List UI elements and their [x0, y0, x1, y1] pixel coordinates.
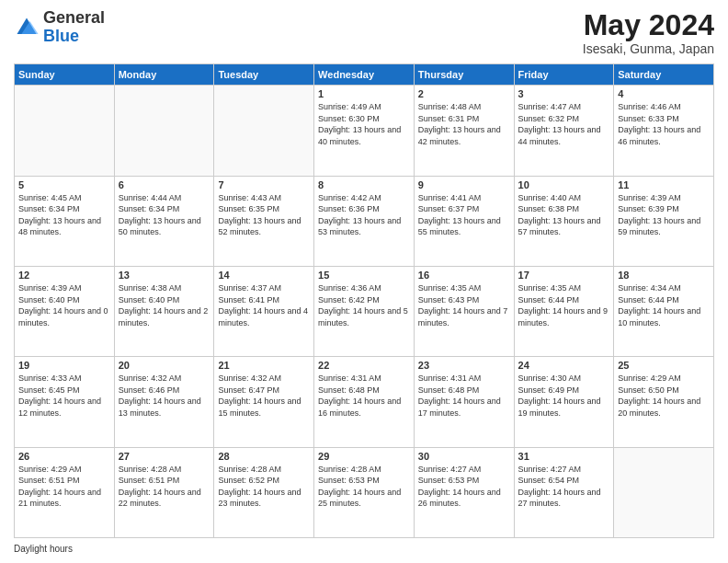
logo-general: General — [43, 8, 105, 27]
day-number: 21 — [218, 360, 310, 371]
day-cell: 1Sunrise: 4:49 AMSunset: 6:30 PMDaylight… — [314, 86, 415, 176]
day-info: Sunrise: 4:47 AMSunset: 6:32 PMDaylight:… — [518, 101, 610, 147]
day-info: Sunrise: 4:31 AMSunset: 6:48 PMDaylight:… — [418, 373, 510, 419]
logo-icon — [14, 15, 40, 40]
day-number: 14 — [218, 270, 310, 281]
day-cell — [214, 86, 314, 176]
day-info: Sunrise: 4:46 AMSunset: 6:33 PMDaylight:… — [618, 101, 710, 147]
day-cell: 19Sunrise: 4:33 AMSunset: 6:45 PMDayligh… — [15, 357, 115, 447]
day-cell: 7Sunrise: 4:43 AMSunset: 6:35 PMDaylight… — [214, 176, 314, 266]
month-title: May 2024 — [583, 9, 714, 41]
day-cell: 12Sunrise: 4:39 AMSunset: 6:40 PMDayligh… — [15, 266, 115, 356]
day-cell: 29Sunrise: 4:28 AMSunset: 6:53 PMDayligh… — [314, 447, 415, 537]
day-cell: 8Sunrise: 4:42 AMSunset: 6:36 PMDaylight… — [314, 176, 415, 266]
day-number: 28 — [218, 451, 310, 462]
day-cell: 31Sunrise: 4:27 AMSunset: 6:54 PMDayligh… — [514, 447, 614, 537]
day-info: Sunrise: 4:41 AMSunset: 6:37 PMDaylight:… — [418, 192, 510, 238]
day-cell: 18Sunrise: 4:34 AMSunset: 6:44 PMDayligh… — [614, 266, 714, 356]
day-number: 18 — [618, 270, 710, 281]
day-cell: 24Sunrise: 4:30 AMSunset: 6:49 PMDayligh… — [514, 357, 614, 447]
day-cell — [614, 447, 714, 537]
day-cell — [15, 86, 115, 176]
day-cell: 5Sunrise: 4:45 AMSunset: 6:34 PMDaylight… — [15, 176, 115, 266]
day-cell: 10Sunrise: 4:40 AMSunset: 6:38 PMDayligh… — [514, 176, 614, 266]
day-info: Sunrise: 4:42 AMSunset: 6:36 PMDaylight:… — [318, 192, 410, 238]
day-number: 9 — [418, 179, 510, 190]
day-number: 7 — [218, 179, 310, 190]
calendar-table: SundayMondayTuesdayWednesdayThursdayFrid… — [14, 63, 714, 538]
day-info: Sunrise: 4:35 AMSunset: 6:43 PMDaylight:… — [418, 282, 510, 328]
day-cell: 11Sunrise: 4:39 AMSunset: 6:39 PMDayligh… — [614, 176, 714, 266]
day-number: 5 — [18, 179, 110, 190]
footer: Daylight hours — [14, 544, 714, 554]
week-row-2: 12Sunrise: 4:39 AMSunset: 6:40 PMDayligh… — [15, 266, 714, 356]
day-cell: 21Sunrise: 4:32 AMSunset: 6:47 PMDayligh… — [214, 357, 314, 447]
header: General Blue May 2024 Isesaki, Gunma, Ja… — [14, 9, 714, 56]
day-info: Sunrise: 4:35 AMSunset: 6:44 PMDaylight:… — [518, 282, 610, 328]
day-cell: 9Sunrise: 4:41 AMSunset: 6:37 PMDaylight… — [414, 176, 514, 266]
day-info: Sunrise: 4:33 AMSunset: 6:45 PMDaylight:… — [18, 373, 110, 419]
day-number: 24 — [518, 360, 610, 371]
logo-blue: Blue — [43, 27, 79, 45]
day-number: 10 — [518, 179, 610, 190]
page: General Blue May 2024 Isesaki, Gunma, Ja… — [0, 0, 728, 563]
day-number: 23 — [418, 360, 510, 371]
day-number: 22 — [318, 360, 410, 371]
day-info: Sunrise: 4:34 AMSunset: 6:44 PMDaylight:… — [618, 282, 710, 328]
day-cell: 17Sunrise: 4:35 AMSunset: 6:44 PMDayligh… — [514, 266, 614, 356]
day-info: Sunrise: 4:28 AMSunset: 6:53 PMDaylight:… — [318, 464, 410, 510]
day-number: 3 — [518, 88, 610, 99]
col-header-monday: Monday — [114, 64, 214, 86]
day-number: 13 — [119, 270, 210, 281]
day-cell — [114, 86, 214, 176]
day-number: 15 — [318, 270, 410, 281]
daylight-label: Daylight hours — [14, 544, 73, 554]
day-info: Sunrise: 4:39 AMSunset: 6:40 PMDaylight:… — [18, 282, 110, 328]
day-number: 20 — [119, 360, 210, 371]
day-info: Sunrise: 4:28 AMSunset: 6:52 PMDaylight:… — [218, 464, 310, 510]
day-number: 25 — [618, 360, 710, 371]
day-cell: 3Sunrise: 4:47 AMSunset: 6:32 PMDaylight… — [514, 86, 614, 176]
day-cell: 25Sunrise: 4:29 AMSunset: 6:50 PMDayligh… — [614, 357, 714, 447]
day-cell: 30Sunrise: 4:27 AMSunset: 6:53 PMDayligh… — [414, 447, 514, 537]
day-info: Sunrise: 4:31 AMSunset: 6:48 PMDaylight:… — [318, 373, 410, 419]
day-info: Sunrise: 4:45 AMSunset: 6:34 PMDaylight:… — [18, 192, 110, 238]
day-number: 11 — [618, 179, 710, 190]
day-info: Sunrise: 4:44 AMSunset: 6:34 PMDaylight:… — [119, 192, 210, 238]
col-header-wednesday: Wednesday — [314, 64, 415, 86]
day-cell: 28Sunrise: 4:28 AMSunset: 6:52 PMDayligh… — [214, 447, 314, 537]
logo-text: General Blue — [43, 9, 105, 46]
col-header-sunday: Sunday — [15, 64, 115, 86]
header-row: SundayMondayTuesdayWednesdayThursdayFrid… — [15, 64, 714, 86]
day-number: 6 — [119, 179, 210, 190]
day-number: 16 — [418, 270, 510, 281]
week-row-0: 1Sunrise: 4:49 AMSunset: 6:30 PMDaylight… — [15, 86, 714, 176]
day-number: 8 — [318, 179, 410, 190]
day-info: Sunrise: 4:40 AMSunset: 6:38 PMDaylight:… — [518, 192, 610, 238]
day-info: Sunrise: 4:38 AMSunset: 6:40 PMDaylight:… — [119, 282, 210, 328]
day-number: 2 — [418, 88, 510, 99]
day-cell: 26Sunrise: 4:29 AMSunset: 6:51 PMDayligh… — [15, 447, 115, 537]
day-info: Sunrise: 4:29 AMSunset: 6:50 PMDaylight:… — [618, 373, 710, 419]
day-cell: 16Sunrise: 4:35 AMSunset: 6:43 PMDayligh… — [414, 266, 514, 356]
day-number: 1 — [318, 88, 410, 99]
title-block: May 2024 Isesaki, Gunma, Japan — [583, 9, 714, 56]
day-number: 26 — [18, 451, 110, 462]
col-header-tuesday: Tuesday — [214, 64, 314, 86]
day-cell: 22Sunrise: 4:31 AMSunset: 6:48 PMDayligh… — [314, 357, 415, 447]
day-info: Sunrise: 4:39 AMSunset: 6:39 PMDaylight:… — [618, 192, 710, 238]
col-header-thursday: Thursday — [414, 64, 514, 86]
day-cell: 15Sunrise: 4:36 AMSunset: 6:42 PMDayligh… — [314, 266, 415, 356]
day-number: 17 — [518, 270, 610, 281]
col-header-friday: Friday — [514, 64, 614, 86]
day-number: 4 — [618, 88, 710, 99]
day-info: Sunrise: 4:32 AMSunset: 6:46 PMDaylight:… — [119, 373, 210, 419]
day-number: 12 — [18, 270, 110, 281]
location: Isesaki, Gunma, Japan — [583, 41, 714, 56]
day-number: 30 — [418, 451, 510, 462]
day-info: Sunrise: 4:43 AMSunset: 6:35 PMDaylight:… — [218, 192, 310, 238]
day-info: Sunrise: 4:36 AMSunset: 6:42 PMDaylight:… — [318, 282, 410, 328]
day-cell: 14Sunrise: 4:37 AMSunset: 6:41 PMDayligh… — [214, 266, 314, 356]
day-number: 31 — [518, 451, 610, 462]
day-cell: 13Sunrise: 4:38 AMSunset: 6:40 PMDayligh… — [114, 266, 214, 356]
